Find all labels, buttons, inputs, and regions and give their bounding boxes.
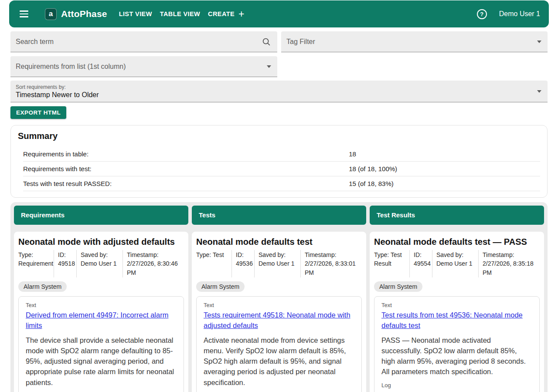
card-id: ID: 49518 <box>54 250 76 277</box>
column-header-requirements: Requirements <box>14 206 188 225</box>
card-log-text: Test passed <box>381 390 532 392</box>
card-content-box: Text Test results from test 49536: Neona… <box>374 296 540 392</box>
menu-icon[interactable] <box>15 5 33 23</box>
text-section-label: Text <box>26 302 177 308</box>
summary-row-label: Tests with test result PASSED: <box>23 180 349 187</box>
filter-panel: Tag Filter Requirements from list (1st c… <box>10 31 548 119</box>
app-logo-icon: a <box>45 8 57 20</box>
card-title: Neonatal mode defaults test <box>196 237 362 247</box>
summary-title: Summary <box>18 131 540 141</box>
export-html-button[interactable]: EXPORT HTML <box>10 106 66 119</box>
menu-bar <box>20 14 28 14</box>
search-input[interactable] <box>16 38 262 46</box>
summary-row: Requirements in table: 18 <box>23 147 540 162</box>
nav-create[interactable]: CREATE + <box>204 7 248 21</box>
search-field[interactable] <box>10 31 277 52</box>
card-type: Type: Requirement <box>18 250 54 277</box>
summary-row-value: 18 (of 18, 100%) <box>349 165 540 172</box>
help-icon[interactable]: ? <box>477 9 487 19</box>
summary-row: Requirements with test: 18 (of 18, 100%) <box>23 162 540 176</box>
column-header-tests: Tests <box>192 206 366 225</box>
tag-chip: Alarm System <box>18 281 67 292</box>
card-meta: Type: Requirement ID: 49518 Saved by: De… <box>18 250 184 277</box>
chevron-down-icon <box>537 90 541 93</box>
column-header-test-results: Test Results <box>370 206 544 225</box>
traceability-board: Requirements Tests Test Results Neonatal… <box>10 202 548 392</box>
card-title: Neonatal mode defaults test — PASS <box>374 237 540 247</box>
card-type: Type: Test Result <box>374 250 409 277</box>
summary-row-value: 15 (of 18, 83%) <box>349 180 540 187</box>
summary-row: Tests with test result PASSED: 15 (of 18… <box>23 176 540 191</box>
summary-table: Requirements in table: 18 Requirements w… <box>23 147 540 191</box>
tag-filter-select[interactable]: Tag Filter <box>281 31 548 52</box>
search-icon <box>262 37 271 47</box>
log-section-label: Log <box>381 382 532 389</box>
nav-create-label: CREATE <box>208 10 235 17</box>
card-timestamp: Timestamp: 2/27/2026, 8:35:18 PM <box>478 250 540 277</box>
card-body-text: The device shall provide a selectable ne… <box>26 335 177 388</box>
top-navigation: LIST VIEW TABLE VIEW CREATE + <box>115 7 248 21</box>
tests-requirement-link[interactable]: Tests requirement 49518: Neonatal mode w… <box>204 310 354 331</box>
sort-value: Timestamp Newer to Older <box>16 91 99 98</box>
test-card: Neonatal mode defaults test Type: Test I… <box>192 232 366 392</box>
card-title: Neonatal mode with adjusted defaults <box>18 237 184 247</box>
card-body-text: Activate neonatal mode from device setti… <box>204 335 354 388</box>
requirements-source-select[interactable]: Requirements from list (1st column) <box>10 56 277 77</box>
chevron-down-icon <box>267 65 271 68</box>
card-timestamp: Timestamp: 2/27/2026, 8:30:46 PM <box>122 250 184 277</box>
card-saved-by: Saved by: Demo User 1 <box>254 250 300 277</box>
summary-row-value: 18 <box>349 150 540 158</box>
card-saved-by: Saved by: Demo User 1 <box>432 250 478 277</box>
plus-icon: + <box>238 10 245 18</box>
chevron-down-icon <box>537 41 541 43</box>
card-content-box: Text Derived from element 49497: Incorre… <box>18 296 184 392</box>
card-id: ID: 49536 <box>231 250 254 277</box>
requirement-card: Neonatal mode with adjusted defaults Typ… <box>14 232 188 392</box>
menu-bar <box>20 10 28 11</box>
card-type: Type: Test <box>196 250 231 277</box>
summary-row-label: Requirements with test: <box>23 165 349 172</box>
sort-label: Sort requirements by: <box>16 84 537 90</box>
nav-table-view[interactable]: TABLE VIEW <box>156 7 204 21</box>
card-meta: Type: Test Result ID: 49554 Saved by: De… <box>374 250 540 277</box>
card-timestamp: Timestamp: 2/27/2026, 8:33:01 PM <box>300 250 362 277</box>
sort-select[interactable]: Sort requirements by: Timestamp Newer to… <box>10 81 548 102</box>
derived-from-link[interactable]: Derived from element 49497: Incorrect al… <box>26 310 177 331</box>
requirements-source-label: Requirements from list (1st column) <box>16 63 126 71</box>
nav-list-view[interactable]: LIST VIEW <box>115 7 156 21</box>
summary-card: Summary Requirements in table: 18 Requir… <box>10 125 548 198</box>
card-content-box: Text Tests requirement 49518: Neonatal m… <box>196 296 362 392</box>
app-title: AttoPhase <box>61 9 107 19</box>
tag-chip: Alarm System <box>374 281 422 292</box>
tag-filter-label: Tag Filter <box>286 38 315 46</box>
test-results-link[interactable]: Test results from test 49536: Neonatal m… <box>381 310 532 331</box>
text-section-label: Text <box>381 302 532 308</box>
user-name[interactable]: Demo User 1 <box>499 10 540 18</box>
menu-bar <box>20 16 28 17</box>
summary-row-label: Requirements in table: <box>23 150 349 158</box>
app-header: a AttoPhase LIST VIEW TABLE VIEW CREATE … <box>9 0 549 27</box>
brand: a AttoPhase <box>45 8 107 20</box>
card-meta: Type: Test ID: 49536 Saved by: Demo User… <box>196 250 362 277</box>
card-body-text: PASS — Neonatal mode activated successfu… <box>381 335 532 377</box>
text-section-label: Text <box>204 302 354 308</box>
card-id: ID: 49554 <box>409 250 432 277</box>
tag-chip: Alarm System <box>196 281 245 292</box>
test-result-card: Neonatal mode defaults test — PASS Type:… <box>370 232 544 392</box>
card-saved-by: Saved by: Demo User 1 <box>76 250 122 277</box>
